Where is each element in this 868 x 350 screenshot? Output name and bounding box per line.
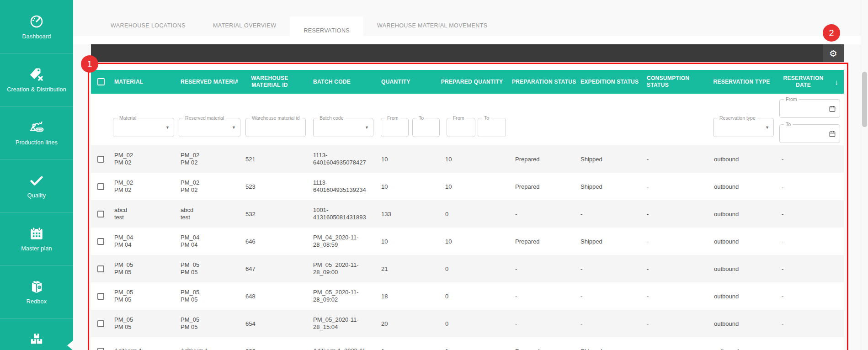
cell-prepared-quantity: 0 bbox=[437, 265, 507, 272]
filter-warehouse-material-id-input[interactable] bbox=[250, 122, 300, 134]
settings-button[interactable]: ⚙ bbox=[823, 44, 844, 62]
header-cell-reservation-type[interactable]: RESERVATION TYPE bbox=[706, 79, 777, 85]
cell-batch-code: PM_05_2020-11-28_09:00 bbox=[302, 261, 379, 276]
cell-expedition-status: - bbox=[576, 211, 642, 217]
filter-reservation-date-from-label: From bbox=[784, 96, 799, 102]
row-checkbox[interactable] bbox=[97, 211, 104, 217]
filter-warehouse-material-id[interactable]: Warehouse material id bbox=[245, 118, 306, 137]
table-row[interactable]: Aditivum 1Aditivum 1666Aditivum 1_2020-1… bbox=[91, 337, 844, 350]
filter-material-select[interactable]: Material ▼ bbox=[113, 118, 174, 137]
table-row[interactable]: PM_05PM 05PM_05PM 05648PM_05_2020-11-28_… bbox=[91, 282, 844, 310]
cell-reservation-type: outbound bbox=[706, 183, 777, 190]
filter-reserved-material-select[interactable]: Reserved material ▼ bbox=[179, 118, 240, 137]
table-row[interactable]: PM_05PM 05PM_05PM 05654PM_05_2020-11-28_… bbox=[91, 310, 844, 337]
filter-prepared-quantity-from[interactable]: From bbox=[447, 118, 475, 137]
row-checkbox[interactable] bbox=[97, 238, 104, 245]
filter-row: Material ▼ Reserved material ▼ Warehouse… bbox=[91, 94, 844, 145]
sidebar-item-creation-distribution[interactable]: Creation & Distribution bbox=[0, 53, 73, 106]
filter-batch-code-input[interactable] bbox=[317, 122, 359, 134]
filter-prepared-quantity-from-input[interactable] bbox=[451, 122, 471, 134]
tab-warehouse-material-movements[interactable]: WAREHOUSE MATERIAL MOVEMENTS bbox=[363, 16, 501, 35]
header-cell-batch-code[interactable]: BATCH CODE bbox=[302, 79, 379, 85]
row-checkbox[interactable] bbox=[97, 183, 104, 190]
dashboard-icon bbox=[29, 14, 44, 29]
vertical-scrollbar[interactable] bbox=[861, 0, 868, 350]
filter-reservation-type-input[interactable] bbox=[717, 122, 760, 134]
cell-checkbox bbox=[91, 156, 110, 163]
filter-batch-code-select[interactable]: Batch code ▼ bbox=[313, 118, 373, 137]
filter-reservation-date-to-input[interactable] bbox=[783, 128, 824, 140]
sidebar-item-warehouses[interactable]: Warehouses bbox=[0, 318, 73, 350]
cell-consumption-status: - bbox=[642, 293, 706, 300]
sidebar-item-dashboard[interactable]: Dashboard bbox=[0, 0, 73, 53]
cell-preparation-status: - bbox=[507, 320, 576, 327]
sidebar-item-quality[interactable]: Quality bbox=[0, 159, 73, 212]
filter-quantity-from-input[interactable] bbox=[385, 122, 404, 134]
header-cell-material[interactable]: MATERIAL bbox=[110, 79, 176, 85]
scrollbar-thumb[interactable] bbox=[862, 72, 867, 127]
sidebar-item-production-lines[interactable]: Production lines bbox=[0, 106, 73, 159]
cell-material: Aditivum 1 bbox=[110, 347, 176, 350]
cell-prepared-quantity: 0 bbox=[437, 211, 507, 217]
cell-quantity: 21 bbox=[379, 265, 437, 272]
cell-expedition-status: Shipped bbox=[576, 183, 642, 190]
table-row[interactable]: abcdtestabcdtest5321001-4131605081431893… bbox=[91, 200, 844, 228]
row-checkbox[interactable] bbox=[97, 293, 104, 300]
row-checkbox[interactable] bbox=[97, 320, 104, 327]
cell-material: PM_04PM 04 bbox=[110, 234, 176, 249]
cell-warehouse-material-id: 521 bbox=[238, 156, 302, 163]
header-cell-preparation-status[interactable]: PREPARATION STATUS bbox=[507, 79, 576, 85]
sidebar: DashboardCreation & DistributionProducti… bbox=[0, 0, 73, 350]
calendar-icon[interactable] bbox=[829, 105, 836, 114]
row-checkbox[interactable] bbox=[97, 156, 104, 163]
header-cell-consumption-status[interactable]: CONSUMPTION STATUS bbox=[642, 75, 706, 89]
filter-quantity-to[interactable]: To bbox=[412, 118, 440, 137]
header-cell-quantity[interactable]: QUANTITY bbox=[379, 79, 437, 85]
filter-quantity-to-input[interactable] bbox=[416, 122, 435, 134]
calendar-icon[interactable] bbox=[829, 130, 836, 139]
cell-checkbox bbox=[91, 183, 110, 190]
header-cell-warehouse-material-id[interactable]: WAREHOUSE MATERIAL ID bbox=[238, 75, 302, 89]
table-row[interactable]: PM_05PM 05PM_05PM 05647PM_05_2020-11-28_… bbox=[91, 255, 844, 282]
cell-prepared-quantity: 10 bbox=[437, 183, 507, 190]
sidebar-item-redbox[interactable]: Redbox bbox=[0, 265, 73, 318]
filter-reserved-material-input[interactable] bbox=[183, 122, 226, 134]
row-checkbox[interactable] bbox=[97, 348, 104, 350]
cell-batch-code: PM_04_2020-11-28_08:59 bbox=[302, 234, 379, 249]
tab-material-overview[interactable]: MATERIAL OVERVIEW bbox=[199, 16, 290, 35]
cell-expedition-status: - bbox=[576, 265, 642, 272]
filter-reservation-date-from[interactable]: From bbox=[779, 99, 840, 118]
table-row[interactable]: PM_02PM 02PM_02PM 025211113-640160493507… bbox=[91, 145, 844, 173]
table-row[interactable]: PM_04PM 04PM_04PM 04646PM_04_2020-11-28_… bbox=[91, 228, 844, 255]
active-item-arrow-icon bbox=[67, 340, 73, 350]
cell-quantity: 18 bbox=[379, 293, 437, 300]
select-all-checkbox[interactable] bbox=[97, 78, 105, 85]
filter-quantity-from[interactable]: From bbox=[381, 118, 409, 137]
header-cell-prepared-quantity[interactable]: PREPARED QUANTITY bbox=[437, 79, 507, 85]
table-row[interactable]: PM_02PM 02PM_02PM 025231113-640160493513… bbox=[91, 173, 844, 200]
header-cell-reserved-material[interactable]: RESERVED MATERIAL bbox=[176, 79, 238, 85]
sidebar-item-label: Master plan bbox=[21, 245, 52, 252]
cell-preparation-status: - bbox=[507, 265, 576, 272]
cell-reserved-material: Aditivum 1 bbox=[176, 347, 238, 350]
filter-reservation-date-from-input[interactable] bbox=[783, 103, 824, 115]
filter-prepared-quantity-to-input[interactable] bbox=[482, 122, 501, 134]
cell-checkbox bbox=[91, 348, 110, 350]
row-checkbox[interactable] bbox=[97, 265, 104, 272]
sidebar-item-master-plan[interactable]: Master plan bbox=[0, 212, 73, 265]
tab-reservations[interactable]: RESERVATIONS bbox=[290, 16, 363, 44]
filter-reservation-type-select[interactable]: Reservation type ▼ bbox=[713, 118, 774, 137]
header-cell-reservation-date[interactable]: RESERVATION DATE bbox=[777, 75, 830, 89]
filter-material-input[interactable] bbox=[117, 122, 160, 134]
cell-consumption-status: - bbox=[642, 320, 706, 327]
sort-descending-icon[interactable]: ↓ bbox=[830, 79, 844, 85]
filter-reservation-date-to[interactable]: To bbox=[779, 124, 840, 143]
sidebar-item-label: Creation & Distribution bbox=[7, 86, 66, 93]
filter-prepared-quantity-to[interactable]: To bbox=[478, 118, 506, 137]
tab-warehouse-locations[interactable]: WAREHOUSE LOCATIONS bbox=[97, 16, 199, 35]
cell-prepared-quantity: 10 bbox=[437, 238, 507, 245]
cell-batch-code: PM_05_2020-11-28_15:04 bbox=[302, 316, 379, 331]
header-cell-expedition-status[interactable]: EXPEDITION STATUS bbox=[576, 79, 642, 85]
cell-preparation-status: Prepared bbox=[507, 156, 576, 163]
cell-batch-code: PM_05_2020-11-28_09:02 bbox=[302, 289, 379, 303]
